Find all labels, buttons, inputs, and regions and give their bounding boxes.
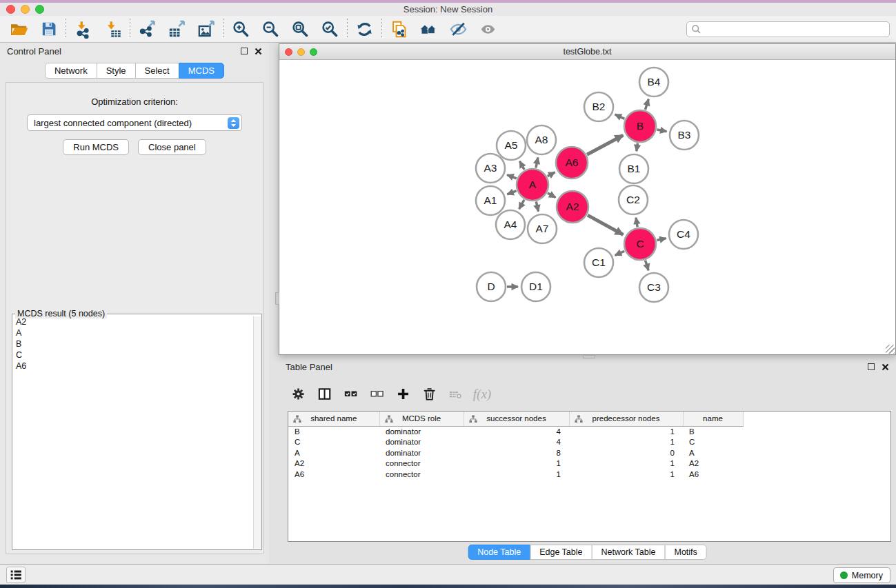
edge-A-A4[interactable] xyxy=(519,200,524,209)
result-item[interactable]: C xyxy=(13,349,252,361)
edge-A-A6[interactable] xyxy=(548,172,555,176)
edge-A2-C[interactable] xyxy=(588,215,624,234)
edge-A6-B[interactable] xyxy=(587,135,623,154)
table-row[interactable]: Cdominator41C xyxy=(288,437,743,448)
edge-B-B1[interactable] xyxy=(637,143,638,152)
show-all-button[interactable] xyxy=(473,17,503,41)
task-history-button[interactable] xyxy=(6,567,26,583)
result-item[interactable]: A xyxy=(13,327,252,338)
duplicate-network-button[interactable] xyxy=(384,17,414,41)
cell-predecessor-nodes[interactable]: 1 xyxy=(569,426,683,437)
hide-selected-button[interactable] xyxy=(444,17,473,41)
tab-network-table[interactable]: Network Table xyxy=(592,545,666,560)
tab-motifs[interactable]: Motifs xyxy=(664,545,706,560)
graph-node-C4[interactable]: C4 xyxy=(669,220,698,249)
cell-shared-name[interactable]: C xyxy=(288,437,379,448)
edge-B-B3[interactable] xyxy=(657,130,666,132)
graph-node-B3[interactable]: B3 xyxy=(670,121,699,150)
export-image-button[interactable] xyxy=(192,17,221,41)
edge-A-A5[interactable] xyxy=(519,161,524,170)
cell-name[interactable]: A xyxy=(683,447,743,458)
import-table-button[interactable] xyxy=(98,17,128,41)
edge-A-A8[interactable] xyxy=(536,157,538,168)
column-header-name[interactable]: name xyxy=(683,412,743,426)
column-header-predecessor-nodes[interactable]: predecessor nodes xyxy=(569,412,683,426)
cell-name[interactable]: B xyxy=(683,426,743,437)
first-neighbors-button[interactable] xyxy=(414,17,444,41)
save-session-button[interactable] xyxy=(34,17,63,41)
close-panel-button[interactable]: Close panel xyxy=(138,139,206,155)
graph-node-C[interactable]: C xyxy=(624,228,656,260)
graph-node-A[interactable]: A xyxy=(517,169,548,201)
graph-node-A3[interactable]: A3 xyxy=(476,154,505,183)
cell-successor-nodes[interactable]: 8 xyxy=(464,447,569,458)
graph-node-C1[interactable]: C1 xyxy=(584,248,613,277)
cell-MCDS-role[interactable]: connector xyxy=(379,469,464,480)
result-item[interactable]: A6 xyxy=(13,361,252,372)
column-header-successor-nodes[interactable]: successor nodes xyxy=(464,412,569,426)
table-row[interactable]: Adominator80A xyxy=(288,447,743,458)
cell-shared-name[interactable]: A6 xyxy=(288,469,379,480)
result-item[interactable]: A2 xyxy=(13,316,252,327)
cell-name[interactable]: A6 xyxy=(683,469,743,480)
export-network-button[interactable] xyxy=(132,17,162,41)
network-canvas[interactable]: AA1A2A3A4A5A6A7A8BB1B2B3B4CC1C2C3C4DD1 xyxy=(279,60,895,354)
tab-mcds[interactable]: MCDS xyxy=(179,63,224,79)
graph-node-A5[interactable]: A5 xyxy=(497,131,526,160)
cell-successor-nodes[interactable]: 1 xyxy=(464,458,569,469)
float-panel-icon[interactable] xyxy=(241,48,248,54)
cell-MCDS-role[interactable]: dominator xyxy=(379,447,464,458)
cell-MCDS-role[interactable]: dominator xyxy=(379,437,464,448)
graph-node-C3[interactable]: C3 xyxy=(639,273,668,302)
column-header-shared-name[interactable]: shared name xyxy=(288,412,379,426)
tab-network[interactable]: Network xyxy=(45,63,97,79)
result-scrollbar[interactable] xyxy=(253,316,261,549)
cell-successor-nodes[interactable]: 4 xyxy=(464,426,569,437)
open-file-button[interactable] xyxy=(4,17,34,41)
edge-A-A3[interactable] xyxy=(507,175,517,179)
edge-C-C4[interactable] xyxy=(657,239,666,241)
table-row[interactable]: Bdominator41B xyxy=(288,426,743,437)
edge-C-C3[interactable] xyxy=(646,261,649,270)
close-panel-icon[interactable] xyxy=(255,48,262,55)
cell-predecessor-nodes[interactable]: 1 xyxy=(569,458,683,469)
import-network-button[interactable] xyxy=(68,17,98,41)
criterion-dropdown[interactable]: largest connected component (directed) xyxy=(27,114,242,131)
run-mcds-button[interactable]: Run MCDS xyxy=(63,139,129,155)
cell-shared-name[interactable]: A xyxy=(288,447,379,458)
tab-select[interactable]: Select xyxy=(135,63,179,79)
unselect-all-columns-button[interactable] xyxy=(366,382,389,407)
export-table-button[interactable] xyxy=(162,17,192,41)
tab-edge-table[interactable]: Edge Table xyxy=(530,545,592,560)
cell-predecessor-nodes[interactable]: 1 xyxy=(569,437,683,448)
zoom-out-button[interactable] xyxy=(256,17,286,41)
edge-A-A1[interactable] xyxy=(507,191,516,194)
memory-button[interactable]: Memory xyxy=(833,567,890,583)
edge-A-A7[interactable] xyxy=(536,201,538,211)
cell-successor-nodes[interactable]: 1 xyxy=(464,469,569,480)
edge-C-C2[interactable] xyxy=(636,218,637,227)
show-columns-button[interactable] xyxy=(313,382,337,407)
graph-node-B4[interactable]: B4 xyxy=(639,68,668,97)
edge-C-C1[interactable] xyxy=(615,251,624,255)
tab-node-table[interactable]: Node Table xyxy=(468,545,530,560)
search-input[interactable] xyxy=(704,23,889,36)
float-table-panel-icon[interactable] xyxy=(868,363,875,370)
cell-predecessor-nodes[interactable]: 1 xyxy=(569,469,683,480)
edge-B-B2[interactable] xyxy=(615,114,625,119)
graph-node-A4[interactable]: A4 xyxy=(496,210,525,239)
graph-node-B[interactable]: B xyxy=(624,110,656,142)
network-window-titlebar[interactable]: testGlobe.txt xyxy=(279,44,895,60)
refresh-network-button[interactable] xyxy=(350,17,379,41)
cell-name[interactable]: C xyxy=(683,437,743,448)
graph-node-A7[interactable]: A7 xyxy=(528,214,557,243)
resize-grip[interactable] xyxy=(886,345,895,354)
vertical-splitter-handle[interactable] xyxy=(275,292,279,305)
graph-node-C2[interactable]: C2 xyxy=(619,185,648,214)
zoom-in-button[interactable] xyxy=(226,17,256,41)
add-column-button[interactable] xyxy=(392,382,415,407)
table-row[interactable]: A2connector11A2 xyxy=(288,458,743,469)
graph-node-A8[interactable]: A8 xyxy=(527,125,556,154)
cell-predecessor-nodes[interactable]: 0 xyxy=(569,447,683,458)
select-all-columns-button[interactable] xyxy=(339,382,363,407)
